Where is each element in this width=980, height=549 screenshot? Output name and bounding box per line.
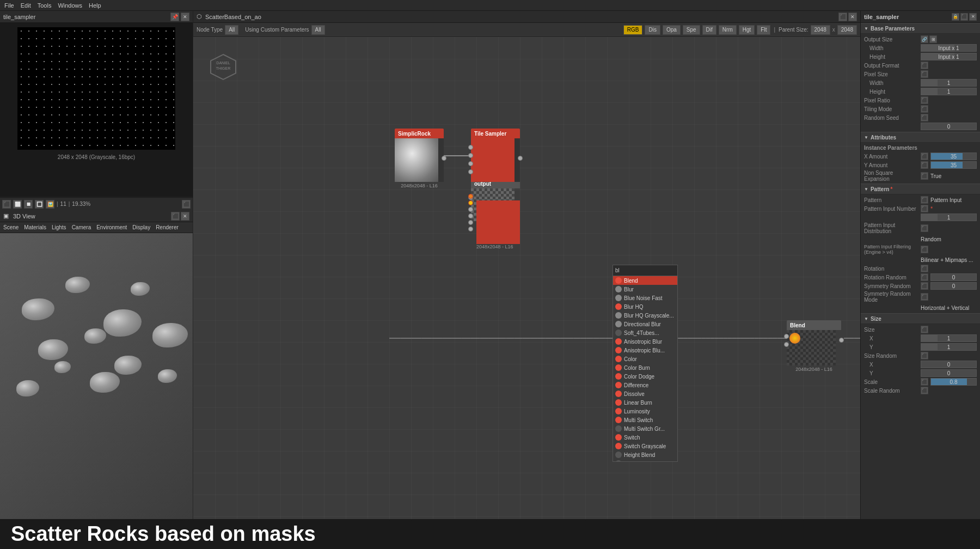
node-editor-canvas[interactable]: DANIEL THIGER SimplicRock 2048x2048 - L1… — [193, 37, 860, 549]
output-size-link[interactable]: 🔗 — [921, 35, 928, 43]
size-section[interactable]: ▼ Size — [861, 313, 980, 324]
rot-random-slider[interactable]: 0 — [930, 273, 977, 281]
x-amount-slider[interactable]: 35 — [930, 152, 977, 160]
tab-camera[interactable]: Camera — [72, 224, 91, 230]
y-amount-slider[interactable]: 35 — [930, 161, 977, 169]
pixel-size-btn[interactable]: ⬛ — [921, 70, 928, 78]
ctrl-expand[interactable]: ⬛ — [960, 13, 968, 21]
pat-dist-btn[interactable]: ⬛ — [921, 224, 928, 232]
tiling-mode-btn[interactable]: ⬛ — [921, 105, 928, 113]
non-square-btn[interactable]: ⬛ — [921, 172, 928, 180]
x-amount-btn[interactable]: ⬛ — [921, 152, 928, 160]
blend-item-19[interactable]: Switch Grayscale — [613, 442, 677, 450]
sym-mode-btn[interactable]: ⬛ — [921, 293, 928, 301]
size-random-btn[interactable]: ⬛ — [921, 352, 928, 359]
ctrl-lock[interactable]: 🔒 — [952, 13, 959, 21]
width-slider[interactable]: Input x 1 — [921, 44, 977, 52]
base-params-section[interactable]: ▼ Base Parameters — [861, 23, 980, 34]
pin-btn[interactable]: 📌 — [170, 13, 179, 21]
tab-environment[interactable]: Environment — [96, 224, 127, 230]
toolbar-btn-3[interactable]: 🔲 — [24, 200, 33, 209]
parent-size-value[interactable]: 2048 — [811, 25, 830, 35]
node-editor-expand[interactable]: ⬛ — [838, 13, 847, 21]
y-amount-btn[interactable]: ⬛ — [921, 161, 928, 169]
menu-edit[interactable]: Edit — [21, 2, 31, 9]
size-rand-y-slider[interactable]: 0 — [921, 369, 977, 377]
blend-item-14[interactable]: Linear Burn — [613, 398, 677, 407]
blend-item-4[interactable]: Blur HQ Grayscale... — [613, 311, 677, 320]
size-row-btn[interactable]: ⬛ — [921, 326, 928, 333]
sym-random-slider[interactable]: 0 — [930, 282, 977, 290]
blend-item-8[interactable]: Anisotropic Blu... — [613, 346, 677, 355]
blend-item-20[interactable]: Height Blend — [613, 450, 677, 459]
toolbar-btn-1[interactable]: ⬛ — [2, 200, 11, 209]
close-preview-btn[interactable]: ✕ — [181, 13, 189, 21]
toolbar-btn-2[interactable]: ⬜ — [13, 200, 22, 209]
blend-item-12[interactable]: Difference — [613, 381, 677, 389]
rot-random-btn[interactable]: ⬛ — [921, 273, 928, 281]
view3d-expand[interactable]: ⬛ — [171, 212, 180, 221]
sym-random-btn[interactable]: ⬛ — [921, 282, 928, 290]
tab-lights[interactable]: Lights — [52, 224, 66, 230]
tab-display[interactable]: Display — [132, 224, 150, 230]
color-btn-spe[interactable]: Spe — [683, 25, 700, 35]
size-y-slider[interactable]: 1 — [921, 343, 977, 351]
blend-item-21[interactable]: Height Normal... — [613, 459, 677, 461]
color-btn-dif[interactable]: Dif — [702, 25, 716, 35]
rotation-btn[interactable]: ⬛ — [921, 265, 928, 272]
maximize-btn[interactable]: ⬛ — [182, 200, 191, 209]
output-size-expand[interactable]: ⊞ — [929, 35, 937, 43]
pat-filter-btn[interactable]: ⬛ — [921, 246, 928, 253]
view3d-close[interactable]: ✕ — [181, 212, 189, 221]
red-node-bottom[interactable] — [476, 200, 520, 244]
px-width-slider[interactable]: 1 — [921, 79, 977, 87]
scale-random-btn[interactable]: ⬛ — [921, 387, 928, 394]
blend-item-13[interactable]: Dissolve — [613, 389, 677, 398]
random-seed-btn[interactable]: ⬛ — [921, 114, 928, 121]
tile-sampler-node[interactable]: Tile Sampler — [471, 129, 520, 182]
color-btn-flt[interactable]: Flt — [757, 25, 770, 35]
blend-search-input[interactable]: bl — [613, 265, 677, 276]
toolbar-btn-4[interactable]: 🔳 — [35, 200, 44, 209]
menu-help[interactable]: Help — [89, 2, 101, 9]
zoom-value[interactable]: 2048 — [837, 25, 857, 35]
menu-file[interactable]: File — [4, 2, 14, 9]
blend-item-16[interactable]: Multi Switch — [613, 416, 677, 424]
ctrl-close[interactable]: ✕ — [969, 13, 977, 21]
blend-item-3[interactable]: Blur HQ — [613, 302, 677, 311]
px-height-slider[interactable]: 1 — [921, 88, 977, 95]
pixel-ratio-btn[interactable]: ⬛ — [921, 96, 928, 104]
blend-item-11[interactable]: Color Dodge — [613, 372, 677, 381]
pattern-num-btn[interactable]: ⬛ — [921, 205, 928, 212]
tab-scene[interactable]: Scene — [3, 224, 19, 230]
seed-slider[interactable]: 0 — [921, 123, 977, 130]
color-btn-rgb[interactable]: RGB — [623, 25, 643, 35]
scale-btn[interactable]: ⬛ — [921, 378, 928, 386]
menu-windows[interactable]: Windows — [58, 2, 82, 9]
node-editor-close[interactable]: ✕ — [848, 13, 857, 21]
height-slider[interactable]: Input x 1 — [921, 53, 977, 60]
blend-item-2[interactable]: Blue Noise Fast — [613, 294, 677, 302]
tab-materials[interactable]: Materials — [24, 224, 46, 230]
blend-item-18[interactable]: Switch — [613, 433, 677, 442]
toolbar-btn-5[interactable]: 🖼️ — [46, 200, 54, 209]
attributes-section[interactable]: ▼ Attributes — [861, 132, 980, 143]
params-dropdown[interactable]: All — [311, 25, 325, 35]
blend-item-1[interactable]: Blur — [613, 285, 677, 294]
blend-item-9[interactable]: Color — [613, 355, 677, 363]
color-btn-opa[interactable]: Opa — [663, 25, 681, 35]
scatter-node[interactable]: SimplicRock 2048x2048 - L16 — [395, 129, 444, 190]
blend-item-0[interactable]: Blend — [613, 276, 677, 285]
blend-item-17[interactable]: Multi Switch Gr... — [613, 424, 677, 433]
output-format-btn[interactable]: ⬛ — [921, 62, 928, 69]
pattern-row-btn[interactable]: ⬛ — [921, 196, 928, 204]
scale-slider[interactable]: 0.8 — [930, 378, 977, 386]
menu-tools[interactable]: Tools — [38, 2, 52, 9]
node-type-dropdown[interactable]: All — [225, 25, 238, 35]
color-btn-nrm[interactable]: Nrm — [719, 25, 737, 35]
tab-renderer[interactable]: Renderer — [156, 224, 179, 230]
size-rand-x-slider[interactable]: 0 — [921, 361, 977, 368]
color-btn-dis[interactable]: Dis — [645, 25, 660, 35]
blend-item-15[interactable]: Luminosity — [613, 407, 677, 416]
blend-item-7[interactable]: Anisotropic Blur — [613, 337, 677, 346]
